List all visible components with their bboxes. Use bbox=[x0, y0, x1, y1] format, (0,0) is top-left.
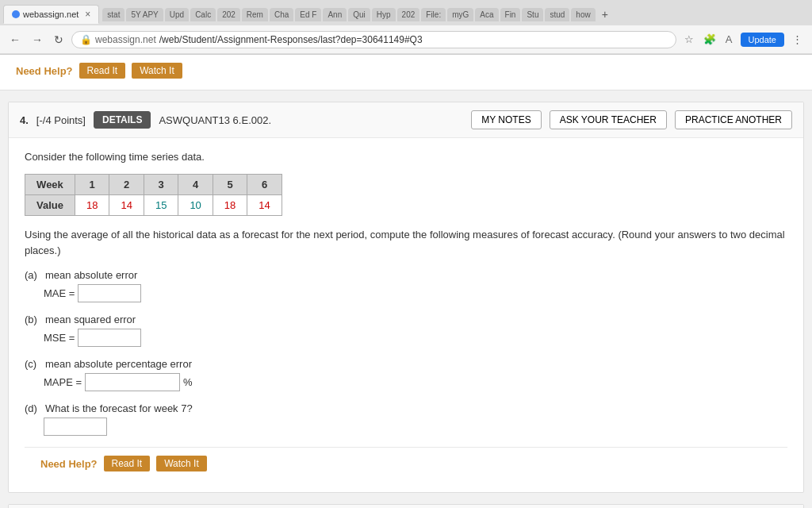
tab-close-icon[interactable]: × bbox=[85, 9, 90, 20]
tab-other[interactable]: File: bbox=[421, 8, 446, 21]
tab-other[interactable]: Hyp bbox=[372, 8, 396, 21]
table-col-6: 6 bbox=[247, 175, 282, 195]
sub-b-text: mean squared error bbox=[45, 314, 136, 325]
extensions-button[interactable]: 🧩 bbox=[700, 32, 719, 47]
bottom-watch-it-button[interactable]: Watch It bbox=[156, 456, 207, 471]
sub-c-input-row: MAPE = % bbox=[44, 373, 787, 391]
bottom-need-help-label: Need Help? bbox=[40, 458, 98, 470]
sub-d-label: (d) bbox=[25, 402, 40, 414]
table-value-row: Value 18 14 15 10 18 14 bbox=[25, 195, 282, 216]
table-value-header: Value bbox=[25, 195, 75, 216]
nav-actions: ☆ 🧩 A bbox=[681, 32, 736, 47]
url-path: /web/Student/Assignment-Responses/last?d… bbox=[159, 34, 423, 45]
instructions-text: Using the average of all the historical … bbox=[25, 227, 787, 258]
tab-other[interactable]: stat bbox=[102, 8, 124, 21]
sub-question-c: (c) mean absolute percentage error MAPE … bbox=[25, 358, 787, 391]
tab-other[interactable]: Upd bbox=[165, 8, 189, 21]
question-4-number: 4. bbox=[20, 114, 29, 126]
table-col-5: 5 bbox=[213, 175, 247, 195]
question-4-points: [-/4 Points] bbox=[36, 114, 86, 126]
tab-other[interactable]: 5Y APY bbox=[126, 8, 163, 21]
sub-c-label: (c) bbox=[25, 358, 40, 370]
table-val-5: 18 bbox=[213, 195, 247, 216]
tab-other[interactable]: Ed F bbox=[295, 8, 321, 21]
forward-button[interactable]: → bbox=[29, 32, 46, 48]
sub-b-eq-label: MSE = bbox=[44, 332, 75, 344]
tab-other[interactable]: Qui bbox=[348, 8, 370, 21]
question-4-my-notes-button[interactable]: MY NOTES bbox=[471, 110, 541, 129]
question-4-header: 4. [-/4 Points] DETAILS ASWQUANT13 6.E.0… bbox=[9, 102, 803, 138]
tab-other[interactable]: Rem bbox=[242, 8, 268, 21]
table-col-1: 1 bbox=[75, 175, 109, 195]
table-val-1: 18 bbox=[75, 195, 109, 216]
update-button[interactable]: Update bbox=[741, 33, 784, 47]
sub-a-eq-label: MAE = bbox=[44, 287, 75, 299]
tab-other[interactable]: Stu bbox=[522, 8, 543, 21]
sub-b-row: (b) mean squared error bbox=[25, 314, 787, 325]
tab-other[interactable]: stud bbox=[545, 8, 569, 21]
tab-bar: webassign.net × stat 5Y APY Upd Calc 202… bbox=[0, 0, 812, 25]
sub-a-row: (a) mean absolute error bbox=[25, 269, 787, 281]
table-header-row: Week 1 2 3 4 5 6 bbox=[25, 175, 282, 195]
tab-other[interactable]: Aca bbox=[475, 8, 498, 21]
table-col-2: 2 bbox=[109, 175, 144, 195]
url-secure-icon: 🔒 bbox=[80, 34, 92, 45]
tab-other[interactable]: how bbox=[571, 8, 595, 21]
bottom-read-it-button[interactable]: Read It bbox=[104, 456, 151, 471]
url-prefix: webassign.net bbox=[95, 34, 156, 45]
question-5-section: 5. [-/1 Points] DETAILS ASWQUANT13 6.E.0… bbox=[8, 504, 804, 508]
sub-b-label: (b) bbox=[25, 314, 40, 325]
data-table: Week 1 2 3 4 5 6 Value 18 14 15 10 18 14 bbox=[25, 174, 282, 216]
tab-other[interactable]: Fin bbox=[500, 8, 521, 21]
top-need-help-label: Need Help? bbox=[16, 65, 73, 77]
question-4-practice-button[interactable]: PRACTICE ANOTHER bbox=[675, 110, 792, 129]
top-help-section: Need Help? Read It Watch It bbox=[0, 55, 812, 90]
sub-c-eq-label: MAPE = bbox=[44, 376, 82, 388]
tab-other[interactable]: 202 bbox=[217, 8, 240, 21]
tab-other[interactable]: Ann bbox=[323, 8, 347, 21]
tab-favicon bbox=[12, 10, 20, 18]
tab-other[interactable]: Cha bbox=[270, 8, 293, 21]
forecast-input[interactable] bbox=[44, 418, 107, 436]
sub-c-text: mean absolute percentage error bbox=[45, 358, 192, 370]
question-4-body: Consider the following time series data.… bbox=[9, 138, 803, 492]
profile-button[interactable]: A bbox=[722, 32, 736, 47]
page-content: Need Help? Read It Watch It 4. [-/4 Poin… bbox=[0, 55, 812, 508]
question-4-ask-teacher-button[interactable]: ASK YOUR TEACHER bbox=[550, 110, 667, 129]
sub-a-input-row: MAE = bbox=[44, 284, 787, 302]
mape-input[interactable] bbox=[85, 373, 180, 391]
sub-question-d: (d) What is the forecast for week 7? bbox=[25, 402, 787, 436]
table-week-header: Week bbox=[25, 175, 75, 195]
refresh-button[interactable]: ↻ bbox=[51, 32, 67, 48]
sub-question-b: (b) mean squared error MSE = bbox=[25, 314, 787, 347]
tab-other[interactable]: myG bbox=[447, 8, 473, 21]
sub-c-row: (c) mean absolute percentage error bbox=[25, 358, 787, 370]
mae-input[interactable] bbox=[78, 284, 141, 302]
table-val-2: 14 bbox=[109, 195, 144, 216]
sub-d-row: (d) What is the forecast for week 7? bbox=[25, 402, 787, 414]
address-bar[interactable]: 🔒 webassign.net /web/Student/Assignment-… bbox=[71, 31, 676, 48]
other-tabs: stat 5Y APY Upd Calc 202 Rem Cha Ed F An… bbox=[99, 8, 598, 21]
question-4-section: 4. [-/4 Points] DETAILS ASWQUANT13 6.E.0… bbox=[8, 102, 804, 493]
sub-a-label: (a) bbox=[25, 269, 40, 281]
table-val-3: 15 bbox=[144, 195, 178, 216]
new-tab-button[interactable]: + bbox=[599, 6, 611, 22]
tab-other[interactable]: Calc bbox=[190, 8, 216, 21]
tab-other[interactable]: 202 bbox=[397, 8, 420, 21]
browser-chrome: webassign.net × stat 5Y APY Upd Calc 202… bbox=[0, 0, 812, 55]
top-watch-it-button[interactable]: Watch It bbox=[132, 63, 182, 79]
top-need-help-row: Need Help? Read It Watch It bbox=[16, 63, 796, 79]
sub-question-a: (a) mean absolute error MAE = bbox=[25, 269, 787, 302]
question-4-details-button[interactable]: DETAILS bbox=[94, 111, 151, 129]
active-tab[interactable]: webassign.net × bbox=[3, 5, 99, 24]
sub-a-text: mean absolute error bbox=[45, 269, 137, 281]
bookmark-button[interactable]: ☆ bbox=[681, 32, 697, 47]
back-button[interactable]: ← bbox=[6, 32, 24, 48]
table-val-4: 10 bbox=[178, 195, 213, 216]
menu-button[interactable]: ⋮ bbox=[789, 32, 806, 47]
sub-b-input-row: MSE = bbox=[44, 329, 787, 347]
sub-d-text: What is the forecast for week 7? bbox=[45, 402, 193, 414]
table-col-3: 3 bbox=[144, 175, 178, 195]
mse-input[interactable] bbox=[78, 329, 141, 347]
top-read-it-button[interactable]: Read It bbox=[79, 63, 126, 79]
